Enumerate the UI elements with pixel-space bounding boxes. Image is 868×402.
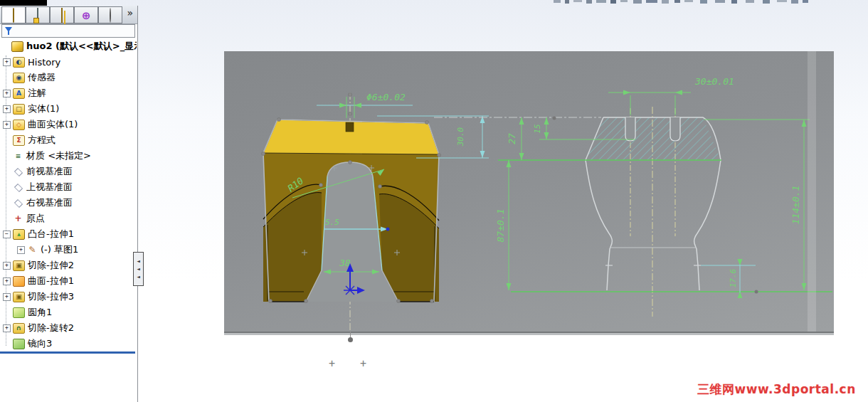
configurations-icon [61, 9, 63, 22]
expander-icon[interactable]: + [3, 293, 11, 301]
tree-item-label: 材质 <未指定> [26, 149, 91, 162]
dim-phi6-label[interactable]: Φ6±0.02 [366, 92, 406, 102]
dim-27-label[interactable]: 27 [507, 133, 517, 144]
tree-item-label: 圆角1 [28, 306, 52, 319]
section-view[interactable] [434, 107, 832, 317]
dim-27[interactable]: 27 [507, 117, 524, 160]
expander-icon[interactable]: − [3, 231, 11, 238]
equations-icon: Σ [13, 135, 25, 146]
toolbar-fragment [610, 0, 616, 4]
tree-item-label: 方程式 [28, 134, 55, 147]
dim-30v-label[interactable]: 30.0 [456, 127, 465, 147]
tree-item-label: 传感器 [28, 71, 55, 84]
model-front-view[interactable] [262, 92, 441, 332]
feature-tree: huo2 (默认<<默认>_显示+◐History◉传感器+A注解+□实体(1)… [0, 38, 137, 354]
expander-icon[interactable]: + [3, 90, 11, 97]
tree-item-root-part[interactable]: huo2 (默认<<默认>_显示 [0, 38, 137, 54]
tree-item-label: 右视基准面 [26, 196, 73, 209]
configurationmanager-tab[interactable] [50, 6, 74, 23]
cut-revolve2-icon: ∩ [13, 323, 25, 334]
drawing-canvas[interactable]: Φ6±0.02 30.0 R10 5.5 38 [224, 51, 834, 332]
tree-item-solid-bodies[interactable]: +□实体(1) [0, 101, 137, 117]
dim-87-label[interactable]: 87±0.1 [495, 209, 506, 243]
profile-left [586, 160, 612, 290]
toolbar-overflow-chevron[interactable]: » [127, 7, 133, 18]
filter-funnel-icon[interactable] [5, 26, 14, 36]
dimxpert-icon: ⊕ [82, 9, 91, 22]
right-plane-icon [13, 199, 23, 208]
displaymanager-tab[interactable] [98, 6, 122, 23]
expander-icon[interactable]: + [3, 58, 11, 66]
tree-item-cut-revolve2[interactable]: +∩切除-旋转2 [0, 320, 137, 336]
expander-icon[interactable]: + [3, 105, 11, 113]
sketch-plus-mark: + [329, 357, 335, 370]
phi6-hole[interactable] [346, 122, 354, 132]
surface-bodies-icon: ◇ [13, 120, 25, 130]
tree-item-label: 切除-拉伸2 [28, 259, 74, 272]
properties-icon [37, 9, 38, 22]
tree-item-top-plane[interactable]: 上视基准面 [0, 179, 137, 195]
tree-item-surface-bodies[interactable]: +◇曲面实体(1) [0, 117, 137, 132]
tree-item-equations[interactable]: Σ方程式 [0, 132, 137, 148]
slot-right[interactable] [670, 117, 680, 141]
tree-item-history[interactable]: +◐History [0, 54, 137, 70]
tree-item-mirror3[interactable]: 镜向3 [0, 336, 137, 351]
dim-17-6-label[interactable]: 17.6 [729, 268, 738, 287]
hatch-region [586, 117, 721, 160]
graphics-viewport[interactable]: Φ6±0.02 30.0 R10 5.5 38 [224, 51, 834, 333]
tree-item-label: 切除-拉伸3 [28, 290, 74, 303]
tree-item-annotations[interactable]: +A注解 [0, 85, 137, 101]
tree-filter-box[interactable] [1, 24, 135, 38]
top-plane-icon [13, 183, 23, 192]
tree-item-sensors[interactable]: ◉传感器 [0, 70, 137, 85]
dimxpertmanager-tab[interactable]: ⊕ [74, 6, 98, 23]
toolbar-fragment [646, 0, 657, 3]
expander-icon[interactable]: + [3, 262, 11, 270]
propertymanager-tab[interactable] [26, 6, 50, 23]
toolbar-fragment [777, 0, 787, 2]
dim-30-plusminus[interactable]: 30±0.01 [608, 76, 734, 115]
tree-item-surface-extrude1[interactable]: +曲面-拉伸1 [0, 273, 137, 289]
part-icon [13, 9, 14, 22]
dim-87[interactable]: 87±0.1 [495, 160, 512, 290]
dim-15[interactable]: 15 [533, 117, 549, 139]
sketch-point-below[interactable] [348, 337, 353, 342]
toolbar-fragment [700, 0, 707, 4]
tree-item-boss-extrude1[interactable]: −▲凸台-拉伸1 [0, 226, 137, 242]
dim-5-5-label[interactable]: 5.5 [325, 218, 339, 227]
tree-item-cut-extrude3[interactable]: +▣切除-拉伸3 [0, 289, 137, 305]
dim-15-label[interactable]: 15 [533, 124, 542, 133]
tree-item-fillet1[interactable]: 圆角1 [0, 305, 137, 320]
panel-splitter-handle[interactable]: ◄ ◄ ◄ [133, 252, 144, 286]
tree-item-front-plane[interactable]: 前视基准面 [0, 164, 137, 179]
expander-icon[interactable]: + [17, 246, 25, 254]
toolbar-fragment [715, 0, 725, 3]
dim-114-label[interactable]: 114±0.1 [790, 186, 801, 225]
expander-icon[interactable]: + [3, 277, 11, 285]
toolbar-fragment [662, 0, 669, 4]
tree-item-sketch1[interactable]: +✎(-) 草图1 [0, 242, 137, 258]
tree-item-cut-extrude2[interactable]: +▣切除-拉伸2 [0, 258, 137, 273]
toolbar-fragment [803, 0, 808, 3]
dim-114[interactable]: 114±0.1 [704, 120, 810, 290]
dim-phi6[interactable]: Φ6±0.02 [317, 92, 413, 118]
expander-icon[interactable]: + [3, 121, 11, 129]
tree-item-right-plane[interactable]: 右视基准面 [0, 195, 137, 211]
toolbar-fragment [586, 0, 592, 4]
toolbar-fragment [633, 0, 642, 4]
rollback-bar[interactable] [0, 351, 135, 354]
tree-item-label: 注解 [28, 87, 46, 100]
slot-left[interactable] [625, 117, 635, 141]
mirror3-icon [13, 339, 25, 349]
featuremanager-tab[interactable] [1, 6, 26, 23]
expander-icon[interactable]: + [3, 324, 11, 332]
tree-item-label: 上视基准面 [26, 181, 73, 194]
toolbar-fragment [763, 0, 770, 4]
manager-tab-toolbar: » ⊕ [0, 6, 137, 24]
tree-item-origin[interactable]: +原点 [0, 211, 137, 226]
dim-30-label[interactable]: 30±0.01 [694, 76, 734, 87]
cut-extrude3-icon: ▣ [13, 292, 25, 302]
tree-item-material[interactable]: ≡材质 <未指定> [0, 148, 137, 164]
sensors-icon: ◉ [13, 73, 25, 83]
tree-item-label: (-) 草图1 [41, 243, 78, 256]
